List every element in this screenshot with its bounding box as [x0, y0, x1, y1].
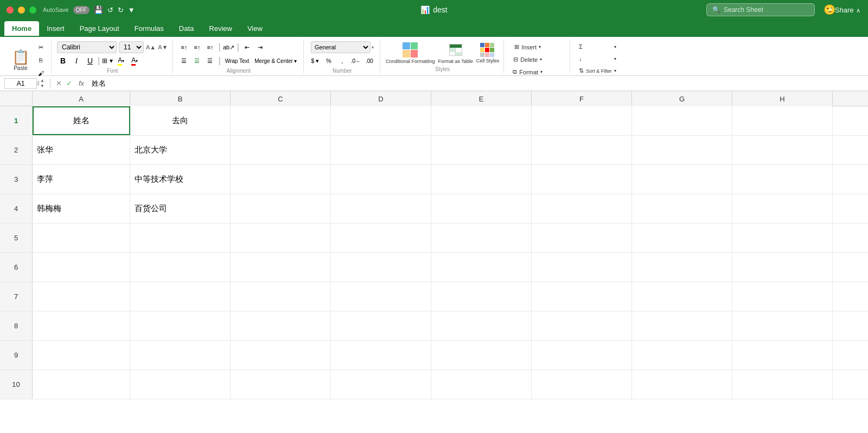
cell-h7[interactable]: [732, 282, 833, 311]
cell-h1[interactable]: [732, 106, 833, 135]
cell-g8[interactable]: [632, 311, 732, 340]
cell-c6[interactable]: [231, 253, 331, 282]
confirm-formula-icon[interactable]: ✓: [66, 79, 72, 87]
search-box[interactable]: 🔍 Search Sheet: [706, 3, 815, 16]
underline-button[interactable]: U: [84, 55, 96, 67]
cell-d1[interactable]: [331, 106, 431, 135]
cell-b8[interactable]: [130, 311, 231, 340]
font-size-select[interactable]: 11: [119, 41, 144, 53]
fill-dropdown[interactable]: ▾: [614, 56, 616, 61]
cell-c1[interactable]: [231, 106, 331, 135]
cell-b6[interactable]: [130, 253, 231, 282]
close-button[interactable]: [7, 7, 14, 14]
cell-e6[interactable]: [431, 253, 532, 282]
decrease-decimal-button[interactable]: .0←: [350, 55, 362, 67]
format-as-table-button[interactable]: Format as Table: [438, 42, 473, 65]
cell-e8[interactable]: [431, 311, 532, 340]
indent-decrease-button[interactable]: ⇤: [241, 41, 253, 53]
cell-a2[interactable]: 张华: [33, 136, 130, 164]
decrease-font-button[interactable]: A▼: [158, 44, 168, 50]
cell-g1[interactable]: [632, 106, 732, 135]
row-header-9[interactable]: 9: [0, 341, 33, 370]
cell-f10[interactable]: [532, 370, 632, 399]
percent-button[interactable]: %: [323, 55, 335, 67]
cell-e2[interactable]: [431, 136, 532, 164]
col-header-c[interactable]: C: [231, 91, 331, 106]
cell-c5[interactable]: [231, 224, 331, 252]
col-header-d[interactable]: D: [331, 91, 431, 106]
cell-reference-box[interactable]: [4, 78, 37, 89]
bold-button[interactable]: B: [57, 55, 69, 67]
italic-button[interactable]: I: [71, 55, 82, 67]
tab-formulas[interactable]: Formulas: [127, 21, 171, 36]
corner-cell[interactable]: [0, 91, 33, 106]
row-header-8[interactable]: 8: [0, 311, 33, 340]
cell-c9[interactable]: [231, 341, 331, 370]
sort-filter-button[interactable]: ⇅ Sort & Filter ▾: [576, 65, 620, 77]
cut-button[interactable]: ✂: [35, 41, 47, 53]
cell-g2[interactable]: [632, 136, 732, 164]
cell-e5[interactable]: [431, 224, 532, 252]
cell-h5[interactable]: [732, 224, 833, 252]
minimize-button[interactable]: [18, 7, 25, 14]
tab-page-layout[interactable]: Page Layout: [72, 21, 127, 36]
row-header-3[interactable]: 3: [0, 165, 33, 194]
cell-g9[interactable]: [632, 341, 732, 370]
cell-g3[interactable]: [632, 165, 732, 194]
delete-button[interactable]: ⊟ Delete ▾: [510, 54, 545, 65]
cell-f3[interactable]: [532, 165, 632, 194]
cell-c8[interactable]: [231, 311, 331, 340]
row-header-6[interactable]: 6: [0, 253, 33, 282]
delete-dropdown[interactable]: ▾: [540, 57, 542, 62]
row-header-7[interactable]: 7: [0, 282, 33, 311]
cell-g5[interactable]: [632, 224, 732, 252]
cell-d10[interactable]: [331, 370, 431, 399]
cell-g4[interactable]: [632, 194, 732, 223]
cell-d4[interactable]: [331, 194, 431, 223]
cell-c2[interactable]: [231, 136, 331, 164]
col-header-e[interactable]: E: [431, 91, 532, 106]
number-format-dropdown[interactable]: ▾: [372, 45, 374, 50]
cell-b7[interactable]: [130, 282, 231, 311]
border-button[interactable]: ⊞ ▾: [101, 55, 113, 67]
cell-a9[interactable]: [33, 341, 130, 370]
format-button[interactable]: ⧉ Format ▾: [509, 66, 546, 78]
cell-f8[interactable]: [532, 311, 632, 340]
cell-g7[interactable]: [632, 282, 732, 311]
currency-button[interactable]: $ ▾: [309, 55, 321, 67]
cell-a5[interactable]: [33, 224, 130, 252]
cell-b2[interactable]: 北京大学: [130, 136, 231, 164]
cell-d2[interactable]: [331, 136, 431, 164]
font-color-button[interactable]: A▾: [129, 55, 141, 67]
cell-b9[interactable]: [130, 341, 231, 370]
cell-d7[interactable]: [331, 282, 431, 311]
customize-icon[interactable]: ▼: [128, 6, 135, 14]
cell-h4[interactable]: [732, 194, 833, 223]
cell-c10[interactable]: [231, 370, 331, 399]
row-header-10[interactable]: 10: [0, 370, 33, 399]
undo-icon[interactable]: ↺: [107, 6, 113, 14]
redo-icon[interactable]: ↻: [118, 6, 124, 14]
cell-f9[interactable]: [532, 341, 632, 370]
fill-button[interactable]: ↓ ▾: [576, 53, 620, 64]
cell-h2[interactable]: [732, 136, 833, 164]
cell-h9[interactable]: [732, 341, 833, 370]
cell-b1[interactable]: 去向: [130, 106, 231, 135]
cell-e7[interactable]: [431, 282, 532, 311]
cell-f2[interactable]: [532, 136, 632, 164]
conditional-formatting-button[interactable]: Conditional Formatting: [386, 42, 435, 65]
increase-decimal-button[interactable]: .00: [363, 55, 375, 67]
row-header-5[interactable]: 5: [0, 224, 33, 252]
indent-increase-button[interactable]: ⇥: [254, 41, 266, 53]
cell-a6[interactable]: [33, 253, 130, 282]
insert-dropdown[interactable]: ▾: [539, 44, 541, 49]
cell-styles-button[interactable]: Cell Styles: [476, 43, 500, 64]
tab-view[interactable]: View: [240, 21, 270, 36]
cell-d6[interactable]: [331, 253, 431, 282]
cell-h8[interactable]: [732, 311, 833, 340]
format-dropdown[interactable]: ▾: [540, 69, 542, 74]
cell-b10[interactable]: [130, 370, 231, 399]
formula-input[interactable]: [90, 78, 864, 88]
col-header-h[interactable]: H: [732, 91, 833, 106]
cell-e4[interactable]: [431, 194, 532, 223]
